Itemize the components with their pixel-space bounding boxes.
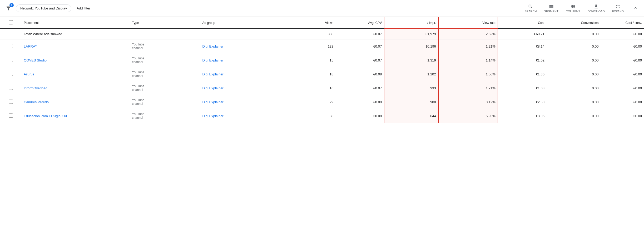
row-placement[interactable]: QOVES Studio [22, 53, 130, 67]
col-header-impr[interactable]: ↓Impr. [384, 17, 438, 29]
row-viewrate: 1.50% [438, 67, 498, 81]
col-header-type[interactable]: Type [130, 17, 200, 29]
select-all-checkbox[interactable] [9, 20, 13, 24]
placement-link[interactable]: Educación Para El Siglo XXI [24, 114, 67, 118]
toolbar-actions: SEARCH SEGMENT COLUMNS DOWNLOAD EXPAND [522, 2, 640, 14]
row-costconv: €0.00 [601, 39, 644, 53]
row-placement[interactable]: Ailurus [22, 67, 130, 81]
row-impr: 933 [384, 81, 438, 95]
col-header-adgroup[interactable]: Ad group [200, 17, 287, 29]
filter-icon-wrap: 1 [4, 4, 13, 13]
placement-link[interactable]: InformOverload [24, 86, 47, 90]
row-check[interactable] [0, 53, 22, 67]
table-row: InformOverload YouTubechannel Digi Expla… [0, 81, 644, 95]
row-type: YouTubechannel [130, 81, 200, 95]
col-header-cost[interactable]: Cost [498, 17, 547, 29]
total-costconv: €0.00 [601, 29, 644, 39]
total-conversions: 0.00 [547, 29, 601, 39]
segment-button[interactable]: SEGMENT [541, 2, 561, 14]
col-header-views[interactable]: Views [287, 17, 335, 29]
total-type [130, 29, 200, 39]
col-header-viewrate[interactable]: View rate [438, 17, 498, 29]
row-check[interactable] [0, 109, 22, 123]
total-impr: 31,979 [384, 29, 438, 39]
network-filter-button[interactable]: Network: YouTube and Display [16, 4, 71, 12]
row-adgroup[interactable]: Digi Explainer [200, 95, 287, 109]
row-costconv: €0.00 [601, 109, 644, 123]
expand-button[interactable]: EXPAND [609, 2, 627, 14]
placement-link[interactable]: Ailurus [24, 72, 34, 76]
row-viewrate: 1.14% [438, 53, 498, 67]
total-views: 860 [287, 29, 335, 39]
row-checkbox[interactable] [9, 44, 13, 48]
columns-button[interactable]: COLUMNS [563, 2, 583, 14]
placement-link[interactable]: Candres Peredo [24, 100, 49, 104]
row-costconv: €0.00 [601, 81, 644, 95]
row-type: YouTubechannel [130, 67, 200, 81]
row-views: 123 [287, 39, 335, 53]
add-filter-button[interactable]: Add filter [75, 5, 92, 12]
row-placement[interactable]: LARRAY [22, 39, 130, 53]
row-type: YouTubechannel [130, 95, 200, 109]
row-costconv: €0.00 [601, 95, 644, 109]
row-placement[interactable]: Candres Peredo [22, 95, 130, 109]
row-avgcpv: €0.08 [335, 67, 384, 81]
row-adgroup[interactable]: Digi Explainer [200, 67, 287, 81]
row-adgroup[interactable]: Digi Explainer [200, 53, 287, 67]
row-checkbox[interactable] [9, 100, 13, 104]
row-cost: €1.02 [498, 53, 547, 67]
row-adgroup[interactable]: Digi Explainer [200, 39, 287, 53]
row-checkbox[interactable] [9, 86, 13, 90]
row-check[interactable] [0, 81, 22, 95]
col-header-placement[interactable]: Placement [22, 17, 130, 29]
toolbar-divider [629, 4, 629, 13]
row-avgcpv: €0.08 [335, 109, 384, 123]
adgroup-link[interactable]: Digi Explainer [202, 58, 223, 62]
total-viewrate: 2.69% [438, 29, 498, 39]
row-conversions: 0.00 [547, 53, 601, 67]
row-checkbox[interactable] [9, 58, 13, 62]
sort-arrow-icon: ↓ [427, 21, 428, 25]
row-viewrate: 3.19% [438, 95, 498, 109]
row-viewrate: 5.90% [438, 109, 498, 123]
adgroup-link[interactable]: Digi Explainer [202, 100, 223, 104]
row-views: 29 [287, 95, 335, 109]
table-row: Educación Para El Siglo XXI YouTubechann… [0, 109, 644, 123]
row-check[interactable] [0, 39, 22, 53]
adgroup-link[interactable]: Digi Explainer [202, 72, 223, 76]
placement-link[interactable]: LARRAY [24, 44, 37, 48]
total-check [0, 29, 22, 39]
row-adgroup[interactable]: Digi Explainer [200, 109, 287, 123]
row-check[interactable] [0, 95, 22, 109]
row-placement[interactable]: Educación Para El Siglo XXI [22, 109, 130, 123]
row-placement[interactable]: InformOverload [22, 81, 130, 95]
row-costconv: €0.00 [601, 67, 644, 81]
row-check[interactable] [0, 67, 22, 81]
adgroup-link[interactable]: Digi Explainer [202, 44, 223, 48]
row-checkbox[interactable] [9, 72, 13, 76]
adgroup-link[interactable]: Digi Explainer [202, 86, 223, 90]
col-header-avgcpv[interactable]: Avg. CPV [335, 17, 384, 29]
row-checkbox[interactable] [9, 113, 13, 118]
row-views: 15 [287, 53, 335, 67]
col-header-check [0, 17, 22, 29]
search-button[interactable]: SEARCH [522, 2, 540, 14]
placement-link[interactable]: QOVES Studio [24, 58, 47, 62]
col-impr-label: Impr. [429, 21, 436, 25]
total-avgcpv: €0.07 [335, 29, 384, 39]
row-impr: 10,196 [384, 39, 438, 53]
adgroup-link[interactable]: Digi Explainer [202, 114, 223, 118]
row-impr: 644 [384, 109, 438, 123]
filter-badge-count: 1 [9, 3, 14, 7]
segment-label: SEGMENT [544, 10, 558, 13]
chevron-up-icon [633, 5, 638, 11]
table-wrap: Placement Type Ad group Views Avg. CPV ↓… [0, 17, 644, 123]
col-header-conversions[interactable]: Conversions [547, 17, 601, 29]
download-button[interactable]: DOWNLOAD [584, 2, 608, 14]
row-avgcpv: €0.07 [335, 39, 384, 53]
col-header-costconv[interactable]: Cost / conv. [601, 17, 644, 29]
table-row: QOVES Studio YouTubechannel Digi Explain… [0, 53, 644, 67]
row-impr: 1,319 [384, 53, 438, 67]
row-adgroup[interactable]: Digi Explainer [200, 81, 287, 95]
collapse-button[interactable] [631, 4, 640, 13]
